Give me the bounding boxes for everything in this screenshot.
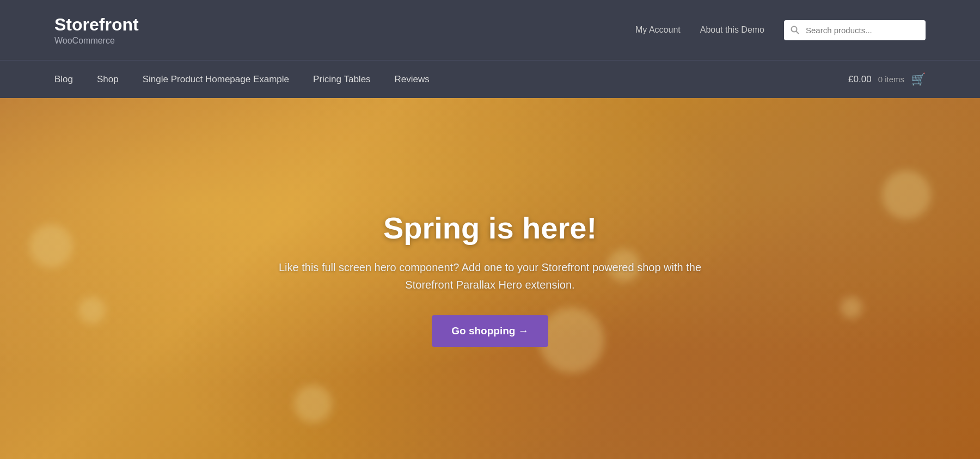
- top-right-area: My Account About this Demo: [635, 20, 926, 40]
- nav-pricing-tables[interactable]: Pricing Tables: [313, 74, 371, 85]
- main-nav: Blog Shop Single Product Homepage Exampl…: [54, 74, 430, 85]
- hero-title: Spring is here!: [267, 210, 713, 246]
- svg-point-0: [792, 27, 797, 32]
- cart-price: £0.00: [848, 74, 872, 85]
- go-shopping-button[interactable]: Go shopping →: [432, 315, 548, 347]
- nav-about-demo[interactable]: About this Demo: [700, 25, 764, 35]
- search-box: [784, 20, 926, 40]
- cart-area[interactable]: £0.00 0 items 🛒: [848, 72, 926, 87]
- nav-my-account[interactable]: My Account: [635, 25, 681, 35]
- top-bar: Storefront WooCommerce My Account About …: [0, 0, 980, 60]
- hero-content: Spring is here! Like this full screen he…: [245, 210, 735, 347]
- main-nav-bar: Blog Shop Single Product Homepage Exampl…: [0, 60, 980, 98]
- hero-subtitle: Like this full screen hero component? Ad…: [267, 259, 713, 293]
- top-nav: My Account About this Demo: [635, 25, 764, 35]
- brand-subtitle: WooCommerce: [54, 36, 139, 46]
- nav-single-product[interactable]: Single Product Homepage Example: [143, 74, 289, 85]
- hero-section: Spring is here! Like this full screen he…: [0, 98, 980, 459]
- brand: Storefront WooCommerce: [54, 15, 139, 46]
- cart-count: 0 items: [878, 75, 904, 84]
- nav-blog[interactable]: Blog: [54, 74, 73, 85]
- search-input[interactable]: [784, 20, 926, 40]
- svg-line-1: [797, 32, 799, 34]
- cart-icon[interactable]: 🛒: [911, 72, 926, 87]
- search-icon: [791, 26, 799, 34]
- nav-reviews[interactable]: Reviews: [395, 74, 430, 85]
- brand-name: Storefront: [54, 15, 139, 35]
- nav-shop[interactable]: Shop: [97, 74, 119, 85]
